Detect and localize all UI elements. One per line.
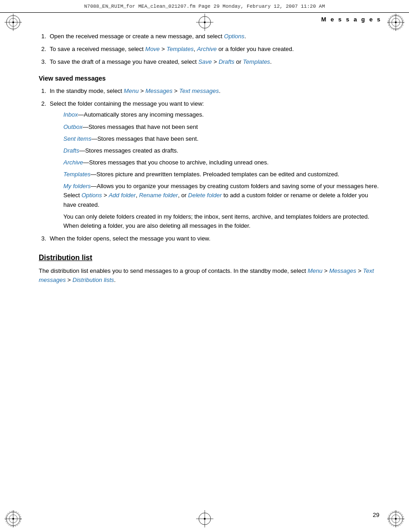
folder-outbox-name: Outbox — [63, 123, 83, 130]
vs-item1-link-messages: Messages — [145, 87, 172, 94]
corner-marker-tl — [5, 14, 22, 31]
folder-myfolders-link-options: Options — [82, 192, 102, 199]
view-saved-list: In the standby mode, select Menu > Messa… — [39, 87, 379, 243]
folder-archive-desc: —Stores messages that you choose to arch… — [83, 159, 269, 166]
vs-item1-sep1: > — [139, 87, 145, 94]
dist-text2: . — [114, 276, 116, 283]
top-bar: N7088_EN_RUIM_for MEA_clean_021207.fm Pa… — [0, 0, 409, 13]
intro-item2-text1: To save a received message, select — [50, 46, 145, 52]
distribution-heading: Distribution list — [39, 252, 379, 264]
folder-drafts: Drafts—Stores messages created as drafts… — [63, 146, 379, 155]
folder-outbox-desc: —Stores messages that have not been sent — [83, 123, 198, 130]
folder-myfolders-sep1: > — [102, 192, 109, 199]
folder-sent-desc: —Stores messages that have been sent. — [91, 135, 198, 142]
intro-item3-sep1: > — [212, 58, 219, 65]
folder-outbox: Outbox—Stores messages that have not bee… — [63, 123, 379, 132]
vs-item1-link-menu: Menu — [124, 87, 139, 94]
dist-sep1: > — [322, 267, 329, 274]
vs-item1-link-text-messages: Text messages — [179, 87, 219, 94]
intro-item3-link-templates: Templates — [243, 58, 270, 65]
intro-list-item-3: To save the draft of a message you have … — [48, 57, 379, 66]
folder-myfolders-link-delete: Delete folder — [188, 192, 222, 199]
folder-templates-name: Templates — [63, 171, 91, 178]
folder-sent-items: Sent items—Stores messages that have bee… — [63, 134, 379, 143]
intro-item1-text-before: Open the received message or create a ne… — [50, 33, 224, 40]
distribution-section: Distribution list The distribution list … — [39, 252, 379, 285]
folder-entries: Inbox—Automatically stores any incoming … — [63, 110, 379, 230]
folder-note-text: You can only delete folders created in m… — [63, 213, 369, 229]
view-saved-item-3: When the folder opens, select the messag… — [48, 234, 379, 243]
folder-note: You can only delete folders created in m… — [63, 212, 379, 230]
folder-myfolders-sep3: , or — [178, 192, 188, 199]
intro-item3-sep2: or — [234, 58, 243, 65]
page-number: 29 — [373, 512, 379, 518]
vs-item2-text: Select the folder containing the message… — [50, 100, 204, 107]
vs-item3-text: When the folder opens, select the messag… — [50, 235, 211, 242]
folder-myfolders-name: My folders — [63, 183, 91, 189]
intro-item1-text-after: . — [244, 33, 246, 40]
folder-templates: Templates—Stores picture and prewritten … — [63, 170, 379, 179]
intro-item2-text2: or a folder you have created. — [217, 46, 294, 52]
folder-inbox-name: Inbox — [63, 111, 78, 118]
corner-marker-tr — [387, 14, 404, 31]
distribution-text: The distribution list enables you to sen… — [39, 266, 379, 285]
folder-templates-desc: —Stores picture and prewritten templates… — [91, 171, 340, 178]
folder-my-folders: My folders—Allows you to organize your m… — [63, 182, 379, 209]
dist-text1: The distribution list enables you to sen… — [39, 267, 308, 274]
folder-myfolders-sep2: , — [136, 192, 139, 199]
folder-sent-name: Sent items — [63, 135, 91, 142]
intro-item2-link-archive: Archive — [197, 46, 217, 52]
view-saved-item-1: In the standby mode, select Menu > Messa… — [48, 87, 379, 96]
intro-list: Open the received message or create a ne… — [39, 32, 379, 66]
intro-list-item-1: Open the received message or create a ne… — [48, 32, 379, 41]
folder-archive: Archive—Stores messages that you choose … — [63, 158, 379, 167]
intro-item3-text1: To save the draft of a message you have … — [50, 58, 198, 65]
intro-item2-sep1: > — [160, 46, 166, 52]
dist-link-messages: Messages — [329, 267, 356, 274]
intro-item2-link-move: Move — [145, 46, 160, 52]
folder-drafts-desc: —Stores messages created as drafts. — [79, 147, 178, 154]
corner-marker-br — [387, 510, 404, 527]
folder-inbox: Inbox—Automatically stores any incoming … — [63, 110, 379, 119]
dist-link-menu: Menu — [308, 267, 323, 274]
intro-item1-link-options: Options — [224, 33, 244, 40]
folder-inbox-desc: —Automatically stores any incoming messa… — [78, 111, 204, 118]
page-header-title: M e s s a g e s — [321, 16, 382, 23]
corner-marker-bl — [5, 510, 22, 527]
main-content: Open the received message or create a ne… — [39, 32, 379, 505]
top-bar-text: N7088_EN_RUIM_for MEA_clean_021207.fm Pa… — [5, 4, 404, 9]
corner-marker-tm — [196, 14, 213, 31]
vs-item1-sep2: > — [172, 87, 179, 94]
dist-link-distribution-lists: Distribution lists — [72, 276, 114, 283]
dist-sep3: > — [66, 276, 72, 283]
intro-item2-sep2: , — [194, 46, 197, 52]
folder-archive-name: Archive — [63, 159, 83, 166]
dist-sep2: > — [356, 267, 363, 274]
intro-item3-text2: . — [270, 58, 272, 65]
intro-item3-link-save: Save — [198, 58, 212, 65]
folder-myfolders-link-rename: Rename folder — [139, 192, 178, 199]
intro-item2-link-templates: Templates — [166, 46, 194, 52]
vs-item1-text2: . — [219, 87, 221, 94]
corner-marker-bm — [196, 510, 213, 527]
view-saved-section: View saved messages In the standby mode,… — [39, 74, 379, 243]
folder-drafts-name: Drafts — [63, 147, 79, 154]
view-saved-heading: View saved messages — [39, 74, 379, 84]
vs-item1-text1: In the standby mode, select — [50, 87, 124, 94]
intro-item3-link-drafts: Drafts — [218, 58, 234, 65]
folder-myfolders-link-add: Add folder — [109, 192, 135, 199]
view-saved-item-2: Select the folder containing the message… — [48, 99, 379, 230]
intro-list-item-2: To save a received message, select Move … — [48, 45, 379, 54]
